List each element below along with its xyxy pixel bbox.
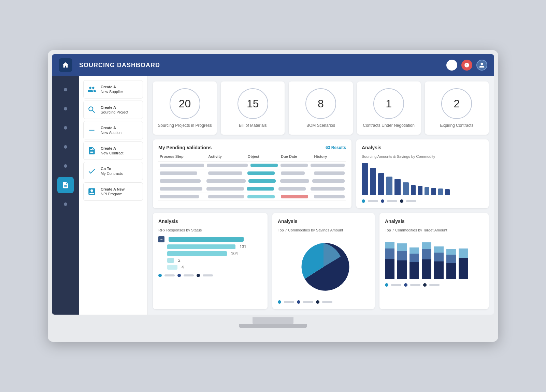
kpi-label-4: Expiring Contracts [440, 123, 473, 128]
checkmark-icon [86, 166, 97, 177]
rfx-bar-row-1: 131 [158, 244, 262, 249]
sidebar-item-6[interactable] [57, 196, 74, 212]
target-dot-inactive-1 [410, 284, 420, 286]
col-object: Object [248, 154, 278, 159]
kpi-circle-1: 15 [238, 88, 268, 119]
sidebar-item-1[interactable] [57, 101, 74, 117]
col-activity: Activity [208, 154, 245, 159]
seg-dark-5 [446, 263, 456, 279]
kpi-circle-3: 1 [373, 88, 404, 119]
bar-1 [370, 168, 376, 195]
rfx-bar-0 [169, 237, 244, 242]
kpi-value-2: 8 [318, 97, 324, 110]
table-row [158, 185, 346, 193]
analysis-bar-card: Analysis Sourcing Amounts & Savings by C… [356, 139, 489, 208]
rfx-dot-0 [158, 274, 162, 277]
rfx-bar-row-2: 104 [158, 251, 262, 256]
home-button[interactable] [59, 58, 72, 72]
sidebar-item-5[interactable] [57, 177, 74, 193]
create-supplier-button[interactable]: Create ANew Supplier [83, 80, 143, 99]
create-supplier-label: Create ANew Supplier [101, 85, 123, 94]
rfx-title: Analysis [158, 218, 178, 224]
kpi-value-1: 15 [247, 97, 259, 110]
cell-step [160, 195, 199, 198]
cell-object [248, 179, 276, 183]
sidebar-dot-6 [64, 202, 67, 206]
pie-chart-container [278, 236, 369, 298]
table-header: Process Step Activity Object Due Date Hi… [158, 154, 346, 162]
target-dot-1 [404, 283, 407, 287]
kpi-sourcing-progress: 20 Sourcing Projects in Progress [153, 81, 217, 135]
chart-dots-bar [362, 199, 483, 203]
pie-dot-inactive-2 [322, 301, 332, 303]
main-layout: Create ANew Supplier Create ASourcing Pr… [52, 76, 494, 315]
cell-history [314, 171, 345, 175]
sidebar-item-4[interactable] [57, 158, 74, 174]
go-contracts-button[interactable]: Go ToMy Contracts [83, 162, 143, 180]
bar-11 [445, 189, 450, 195]
seg-light-1 [397, 243, 407, 251]
rfx-bar-2 [167, 251, 227, 256]
col-process-step: Process Step [160, 154, 205, 159]
sidebar-item-0[interactable] [57, 81, 74, 98]
notification-icon[interactable] [446, 60, 457, 71]
create-auction-button[interactable]: Create ANew Auction [83, 121, 143, 139]
stand-neck [253, 317, 293, 324]
cell-history [311, 164, 345, 167]
dot-inactive-1 [387, 200, 397, 202]
rfx-dot-inactive-0 [164, 274, 175, 276]
pie-chart [296, 240, 351, 294]
create-npi-label: Create A NewNPI Program [101, 187, 125, 197]
stacked-group-2 [410, 247, 419, 279]
bar-5 [403, 182, 409, 195]
kpi-circle-4: 2 [441, 88, 472, 119]
stacked-group-4 [434, 246, 444, 279]
create-sourcing-button[interactable]: Create ASourcing Project [83, 101, 143, 119]
seg-dark-3 [422, 259, 431, 279]
table-row [158, 177, 346, 185]
create-contract-button[interactable]: Create ANew Contract [83, 141, 143, 160]
kpi-circle-0: 20 [170, 88, 200, 119]
bar-7 [418, 186, 422, 195]
cell-object [247, 195, 275, 198]
alert-icon[interactable] [461, 60, 472, 71]
bar-10 [438, 189, 443, 195]
cell-activity [206, 187, 244, 191]
rfx-bar-3 [167, 258, 174, 263]
cell-date [278, 187, 306, 191]
create-auction-label: Create ANew Auction [101, 125, 121, 135]
sidebar-item-3[interactable] [57, 139, 74, 155]
target-dot-inactive-0 [391, 284, 401, 286]
sidebar-dot-4 [64, 164, 67, 168]
pending-header: My Pending Validations 63 Results [158, 145, 346, 150]
rfx-bar-1 [167, 244, 235, 249]
sidebar-item-2[interactable] [57, 120, 74, 136]
rfx-bar-row-4: 4 [158, 265, 262, 270]
rfx-value-3: 2 [178, 258, 181, 263]
create-npi-button[interactable]: Create A NewNPI Program [83, 182, 143, 201]
dot-active-2 [400, 199, 403, 203]
rfx-dot-2 [197, 274, 200, 277]
cell-date [281, 164, 308, 167]
sidebar-dot-3 [64, 145, 67, 149]
kpi-value-0: 20 [179, 97, 191, 110]
bottom-row: Analysis RFx Responses by Status − 131 [153, 213, 489, 309]
kpi-bom: 15 Bill of Materials [221, 81, 285, 135]
dot-inactive-2 [406, 200, 416, 202]
stacked-group-0 [385, 242, 394, 279]
seg-light-5 [446, 249, 456, 255]
sidebar-dot-1 [64, 107, 67, 110]
stacked-group-3 [422, 242, 431, 279]
seg-medium-3 [422, 249, 431, 259]
dot-inactive-0 [368, 200, 378, 202]
npi-icon [86, 186, 97, 197]
rfx-bars: − 131 104 [158, 236, 262, 270]
cell-step [160, 164, 204, 167]
pie-title: Analysis [278, 218, 298, 224]
rfx-value-4: 4 [182, 265, 184, 270]
cell-object [247, 187, 274, 191]
seg-light-0 [385, 242, 394, 248]
user-avatar[interactable] [476, 60, 487, 71]
cell-history [311, 187, 345, 191]
rfx-toggle[interactable]: − [158, 236, 164, 242]
